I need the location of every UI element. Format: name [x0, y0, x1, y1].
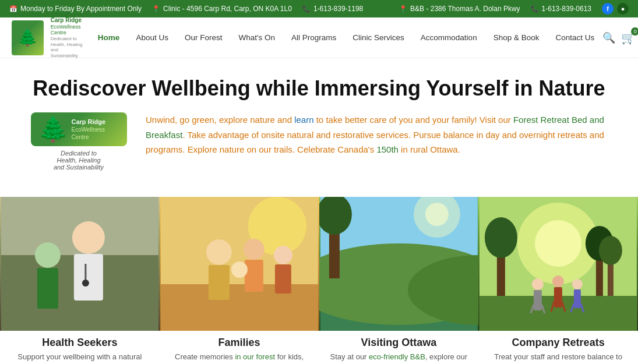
logo-image: 🌲: [12, 20, 44, 55]
nav-our-forest[interactable]: Our Forest: [177, 17, 231, 58]
card-title-families: Families: [218, 337, 260, 349]
logo-dedicated: Dedicated to: [51, 36, 84, 42]
nav-accommodation[interactable]: Accommodation: [413, 17, 485, 58]
calendar-icon: 📅: [9, 5, 17, 13]
bnb-phone-text: 1-613-839-0613: [542, 5, 591, 13]
card-desc-families: Create memories in our forest for kids,: [168, 349, 311, 363]
health-seekers-svg: [0, 197, 160, 331]
svg-rect-41: [554, 287, 562, 308]
svg-rect-9: [161, 284, 318, 331]
nav-actions: 🔍 🛒 0 ≡: [602, 31, 638, 45]
nav-all-programs[interactable]: All Programs: [283, 17, 344, 58]
nature-svg: [319, 197, 479, 331]
svg-point-5: [82, 280, 89, 287]
logo-sustainability: and Sustainability: [51, 47, 84, 58]
search-button[interactable]: 🔍: [602, 31, 615, 44]
logo-brand-sub: EcoWellness: [51, 24, 84, 30]
phone-icon-1: 📞: [302, 5, 311, 13]
card-health-seekers: Health Seekers Support your wellbeing wi…: [0, 197, 160, 363]
topbar-bnb-phone: 📞 1-613-839-0613: [531, 5, 591, 13]
hero-logo-brand: Carp Ridge: [72, 118, 106, 126]
clinic-phone-text: 1-613-839-1198: [313, 5, 363, 13]
schedule-text: Monday to Friday By Appointment Only: [20, 5, 142, 13]
card-title-visiting: Visiting Ottawa: [361, 337, 437, 349]
card-desc-health: Support your wellbeing with a natural: [10, 349, 149, 363]
hero-section: Rediscover Wellbeing while Immersing You…: [0, 58, 638, 197]
logo-health: Health, Healing: [51, 42, 84, 48]
nav-shop-book[interactable]: Shop & Book: [485, 17, 548, 58]
svg-rect-16: [275, 264, 291, 294]
nav-clinic-services[interactable]: Clinic Services: [344, 17, 413, 58]
svg-point-15: [274, 246, 292, 264]
svg-point-30: [485, 217, 517, 258]
nav-contact-us[interactable]: Contact Us: [547, 17, 602, 58]
nav-about-us[interactable]: About Us: [128, 17, 177, 58]
svg-point-13: [244, 239, 265, 260]
svg-rect-14: [245, 260, 263, 292]
hero-logo-tagline: Dedicated to Health, Healing and Sustain…: [54, 150, 104, 171]
hero-title: Rediscover Wellbeing while Immersing You…: [29, 76, 609, 101]
nav-links: Home About Us Our Forest What's On All P…: [90, 17, 602, 58]
card-image-health: [0, 197, 160, 331]
card-image-forest: [478, 197, 638, 331]
topbar-bnb-address: 📍 B&B - 2386 Thomas A. Dolan Pkwy: [399, 5, 520, 13]
cards-row: Health Seekers Support your wellbeing wi…: [0, 197, 638, 363]
hero-sustainability: and Sustainability: [54, 164, 104, 171]
card-desc-retreats: Treat your staff and restore balance to: [487, 349, 629, 363]
hero-text-unwind: Unwind, go green, explore nature and: [146, 115, 294, 125]
hero-text-150: 150th: [376, 144, 399, 154]
bnb-address-text: B&B - 2386 Thomas A. Dolan Pkwy: [410, 5, 520, 13]
hero-text-take2: . Take advantage of onsite natural and r…: [146, 130, 604, 155]
hero-logo-centre: Centre: [72, 133, 106, 141]
svg-point-34: [599, 236, 622, 265]
nav-bar: 🌲 Carp Ridge EcoWellness Centre Dedicate…: [0, 17, 638, 58]
forest-svg: [478, 197, 638, 331]
card-desc-visiting: Stay at our eco-friendly B&B, explore ou…: [323, 349, 475, 363]
cart-button[interactable]: 🛒 0: [621, 31, 636, 45]
svg-point-44: [572, 279, 583, 289]
logo-brand-centre: Centre: [51, 30, 84, 36]
card-title-retreats: Company Retreats: [512, 337, 605, 349]
cart-badge: 0: [631, 27, 638, 36]
card-title-health: Health Seekers: [42, 337, 117, 349]
families-svg: [160, 197, 319, 331]
card-retreats: Company Retreats Treat your staff and re…: [478, 197, 638, 363]
svg-point-2: [72, 221, 105, 254]
social-icons: f ●: [602, 3, 629, 15]
hero-text-ottawa: in rural Ottawa.: [399, 144, 460, 154]
card-families: Families Create memories in our forest f…: [160, 197, 319, 363]
site-logo: 🌲 Carp Ridge EcoWellness Centre Dedicate…: [12, 17, 84, 59]
hero-body-text: Unwind, go green, explore nature and lea…: [146, 112, 609, 157]
hero-tree-icon: 🌲: [38, 117, 68, 142]
svg-point-11: [206, 239, 232, 265]
svg-rect-37: [534, 290, 542, 310]
social-icon-2[interactable]: ●: [617, 3, 629, 15]
location-icon-2: 📍: [399, 5, 407, 13]
topbar-schedule: 📅 Monday to Friday By Appointment Only: [9, 5, 142, 13]
svg-point-6: [35, 242, 61, 268]
top-bar: 📅 Monday to Friday By Appointment Only 📍…: [0, 0, 638, 17]
svg-point-25: [425, 203, 448, 226]
card-visiting: Visiting Ottawa Stay at our eco-friendly…: [319, 197, 479, 363]
facebook-icon[interactable]: f: [602, 3, 614, 15]
hero-health-healing: Health, Healing: [54, 157, 104, 164]
svg-rect-12: [209, 265, 230, 300]
hero-logo-image: 🌲 Carp Ridge EcoWellness Centre: [31, 112, 127, 146]
hero-text-learn: learn: [294, 115, 313, 125]
svg-point-36: [532, 278, 544, 290]
nav-home[interactable]: Home: [90, 17, 128, 58]
hero-logo-block: 🌲 Carp Ridge EcoWellness Centre Dedicate…: [29, 112, 128, 171]
svg-rect-45: [574, 289, 581, 308]
svg-point-17: [231, 261, 248, 278]
svg-rect-3: [74, 254, 103, 301]
main-content: Rediscover Wellbeing while Immersing You…: [0, 58, 638, 363]
hero-dedicated: Dedicated to: [54, 150, 104, 157]
hero-content: 🌲 Carp Ridge EcoWellness Centre Dedicate…: [29, 112, 609, 171]
svg-point-40: [552, 275, 564, 287]
hero-logo-eco: EcoWellness: [72, 126, 106, 133]
card-image-families: [160, 197, 319, 331]
nav-whats-on[interactable]: What's On: [230, 17, 283, 58]
location-icon-1: 📍: [152, 5, 160, 13]
logo-brand-name: Carp Ridge: [51, 17, 84, 24]
card-image-nature: [319, 197, 479, 331]
